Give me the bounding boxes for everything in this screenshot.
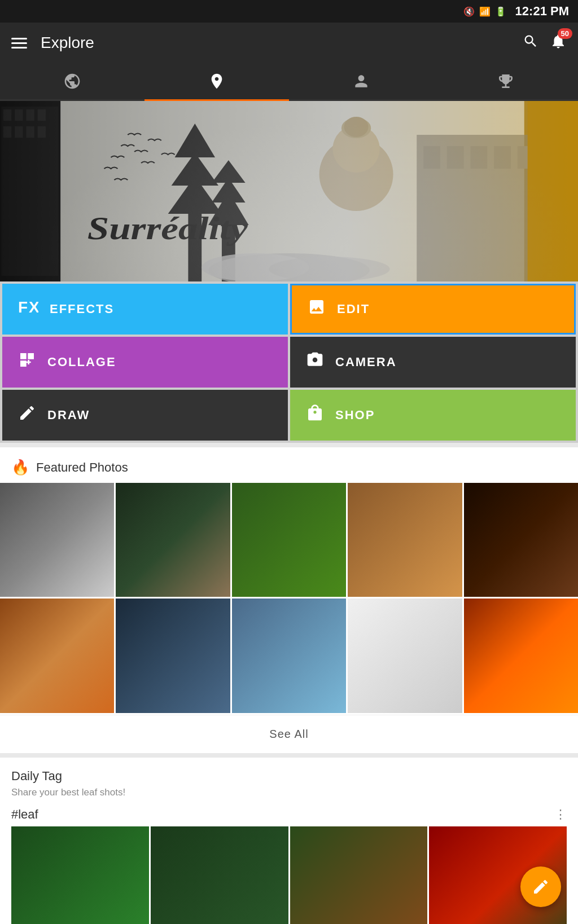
tab-trending[interactable] xyxy=(144,63,289,99)
signal-icon: 📶 xyxy=(479,6,491,17)
featured-photo-4[interactable] xyxy=(348,483,462,597)
svg-rect-8 xyxy=(26,126,34,138)
shop-button[interactable]: SHOP xyxy=(290,390,576,441)
featured-title: Featured Photos xyxy=(36,460,128,475)
fire-icon: 🔥 xyxy=(11,459,29,476)
search-button[interactable] xyxy=(523,33,538,53)
vibrate-icon: 🔇 xyxy=(463,6,475,17)
hero-banner: Surréality xyxy=(0,101,578,281)
tag-photos-grid xyxy=(11,826,567,924)
svg-rect-7 xyxy=(15,126,23,138)
hashtag-label: #leaf xyxy=(11,807,38,822)
status-bar: 🔇 📶 🔋 12:21 PM xyxy=(0,0,578,23)
svg-point-14 xyxy=(269,257,389,281)
tag-photo-3[interactable] xyxy=(290,826,428,924)
svg-rect-21 xyxy=(447,146,464,169)
hero-image: Surréality xyxy=(0,101,578,281)
svg-point-18 xyxy=(344,117,369,137)
svg-rect-4 xyxy=(26,109,34,121)
daily-tag-section: Daily Tag Share your best leaf shots! #l… xyxy=(0,758,578,924)
notifications-button[interactable]: 50 xyxy=(550,33,567,54)
tag-photo-1[interactable] xyxy=(11,826,149,924)
edit-icon xyxy=(308,298,326,320)
daily-tag-title: Daily Tag xyxy=(11,769,567,784)
svg-rect-23 xyxy=(494,146,511,169)
nav-tabs xyxy=(0,63,578,101)
featured-photo-9[interactable] xyxy=(348,599,462,712)
svg-rect-6 xyxy=(3,126,11,138)
notification-badge: 50 xyxy=(558,28,572,39)
featured-section: 🔥 Featured Photos See All xyxy=(0,447,578,753)
battery-icon: 🔋 xyxy=(495,6,506,17)
status-time: 12:21 PM xyxy=(515,4,569,19)
featured-photo-3[interactable] xyxy=(232,483,346,597)
tab-global[interactable] xyxy=(0,63,144,99)
fab-edit-button[interactable] xyxy=(520,866,561,907)
tag-row: #leaf ⋮ xyxy=(11,807,567,822)
featured-photo-7[interactable] xyxy=(116,599,230,712)
page-title: Explore xyxy=(41,34,523,52)
svg-rect-2 xyxy=(3,109,11,121)
hamburger-menu[interactable] xyxy=(11,38,27,49)
svg-text:FX: FX xyxy=(18,298,38,316)
pencil-icon xyxy=(18,404,36,426)
featured-photo-8[interactable] xyxy=(232,599,346,712)
collage-button[interactable]: COLLAGE xyxy=(2,337,288,388)
status-icons: 🔇 📶 🔋 12:21 PM xyxy=(463,4,569,19)
featured-photo-10[interactable] xyxy=(464,599,578,712)
svg-rect-25 xyxy=(528,101,578,281)
see-all-button[interactable]: See All xyxy=(0,715,578,753)
top-bar: Explore 50 xyxy=(0,23,578,63)
svg-rect-20 xyxy=(423,146,440,169)
draw-button[interactable]: DRAW xyxy=(2,390,288,441)
photos-grid xyxy=(0,483,578,715)
daily-tag-subtitle: Share your best leaf shots! xyxy=(11,787,567,798)
svg-rect-9 xyxy=(38,126,46,138)
camera-icon xyxy=(306,351,324,373)
featured-photo-6[interactable] xyxy=(0,599,114,712)
collage-icon xyxy=(18,351,36,373)
svg-rect-3 xyxy=(15,109,23,121)
tab-challenges[interactable] xyxy=(434,63,578,99)
tag-photo-2[interactable] xyxy=(151,826,288,924)
svg-text:Surréality: Surréality xyxy=(87,210,248,247)
top-icons: 50 xyxy=(523,33,567,54)
svg-rect-5 xyxy=(38,109,46,121)
shop-icon xyxy=(306,404,324,426)
featured-header: 🔥 Featured Photos xyxy=(0,447,578,483)
action-grid: FX EFFECTS EDIT COLLAGE CAMERA DRAW SHOP xyxy=(0,281,578,443)
featured-photo-1[interactable] xyxy=(0,483,114,597)
fx-icon: FX xyxy=(18,297,38,322)
featured-photo-2[interactable] xyxy=(116,483,230,597)
more-options-icon[interactable]: ⋮ xyxy=(554,807,567,822)
tab-following[interactable] xyxy=(289,63,434,99)
edit-button[interactable]: EDIT xyxy=(290,284,576,335)
svg-rect-22 xyxy=(470,146,487,169)
featured-photo-5[interactable] xyxy=(464,483,578,597)
effects-button[interactable]: FX EFFECTS xyxy=(2,284,288,335)
camera-button[interactable]: CAMERA xyxy=(290,337,576,388)
